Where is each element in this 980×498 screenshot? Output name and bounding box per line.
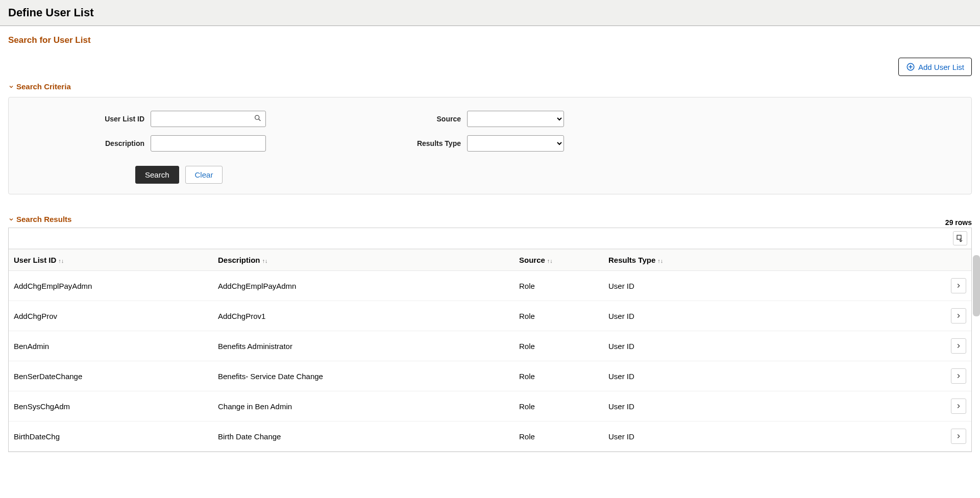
cell-description: AddChgProv1 <box>213 301 514 331</box>
col-source[interactable]: Source↑↓ <box>514 250 603 271</box>
table-row: BenSerDateChangeBenefits- Service Date C… <box>9 361 971 391</box>
cell-results-type: User ID <box>603 421 946 452</box>
content-area: Search for User List Add User List Searc… <box>0 26 980 458</box>
chevron-right-icon <box>955 433 962 440</box>
description-field: Description <box>23 135 319 152</box>
cell-source: Role <box>514 421 603 452</box>
cell-results-type: User ID <box>603 301 946 331</box>
table-row: AddChgEmplPayAdmnAddChgEmplPayAdmnRoleUs… <box>9 271 971 301</box>
cell-description: Birth Date Change <box>213 421 514 452</box>
cell-source: Role <box>514 271 603 301</box>
chevron-right-icon <box>955 403 962 410</box>
user-list-id-field: User List ID <box>23 111 319 127</box>
grid-personalize-button[interactable] <box>953 231 967 245</box>
cell-description: Benefits- Service Date Change <box>213 361 514 391</box>
search-criteria-panel: User List ID Source Description Results … <box>8 97 972 194</box>
user-list-id-input[interactable] <box>151 111 266 127</box>
search-results-toggle[interactable]: Search Results <box>8 215 71 223</box>
chevron-down-icon <box>8 216 14 222</box>
cell-user-list-id: BenSerDateChange <box>9 361 213 391</box>
cell-user-list-id: BenSysChgAdm <box>9 391 213 421</box>
add-button-row: Add User List <box>8 58 972 76</box>
row-detail-button[interactable] <box>951 399 966 414</box>
cell-source: Role <box>514 391 603 421</box>
sort-icon: ↑↓ <box>657 258 663 264</box>
page-title: Define User List <box>8 6 972 19</box>
chevron-right-icon <box>955 372 962 380</box>
search-criteria-toggle[interactable]: Search Criteria <box>8 82 71 91</box>
sort-icon: ↑↓ <box>58 258 64 264</box>
cell-source: Role <box>514 331 603 361</box>
row-count: 29 rows <box>945 218 972 227</box>
cell-description: Benefits Administrator <box>213 331 514 361</box>
plus-circle-icon <box>906 62 915 71</box>
cell-description: Change in Ben Admin <box>213 391 514 421</box>
page-subtitle: Search for User List <box>8 35 972 45</box>
row-detail-button[interactable] <box>951 368 966 384</box>
sort-icon: ↑↓ <box>262 258 268 264</box>
results-type-label: Results Type <box>339 139 467 147</box>
row-detail-button[interactable] <box>951 278 966 293</box>
cell-user-list-id: BenAdmin <box>9 331 213 361</box>
chevron-down-icon <box>8 84 14 90</box>
search-criteria-label: Search Criteria <box>16 82 71 91</box>
cell-user-list-id: AddChgEmplPayAdmn <box>9 271 213 301</box>
source-field: Source <box>339 111 635 127</box>
results-type-field: Results Type <box>339 135 635 152</box>
chevron-right-icon <box>955 342 962 350</box>
chevron-right-icon <box>955 282 962 289</box>
svg-line-4 <box>259 119 261 121</box>
table-row: BirthDateChgBirth Date ChangeRoleUser ID <box>9 421 971 452</box>
description-label: Description <box>23 139 151 147</box>
table-row: BenAdminBenefits AdministratorRoleUser I… <box>9 331 971 361</box>
results-grid: User List ID↑↓ Description↑↓ Source↑↓ Re… <box>8 228 972 452</box>
chevron-right-icon <box>955 312 962 319</box>
source-select[interactable] <box>467 111 564 127</box>
row-detail-button[interactable] <box>951 429 966 444</box>
user-list-id-label: User List ID <box>23 115 151 123</box>
table-row: AddChgProvAddChgProv1RoleUser ID <box>9 301 971 331</box>
cell-results-type: User ID <box>603 361 946 391</box>
col-description[interactable]: Description↑↓ <box>213 250 514 271</box>
col-results-type[interactable]: Results Type↑↓ <box>603 250 946 271</box>
cell-source: Role <box>514 301 603 331</box>
description-input[interactable] <box>151 135 266 152</box>
row-detail-button[interactable] <box>951 338 966 354</box>
source-label: Source <box>339 115 467 123</box>
cell-source: Role <box>514 361 603 391</box>
grid-toolbar <box>9 228 971 249</box>
cell-user-list-id: AddChgProv <box>9 301 213 331</box>
cell-description: AddChgEmplPayAdmn <box>213 271 514 301</box>
cell-results-type: User ID <box>603 331 946 361</box>
vertical-scrollbar[interactable] <box>973 255 980 316</box>
results-type-select[interactable] <box>467 135 564 152</box>
clear-button[interactable]: Clear <box>185 166 223 184</box>
sort-icon: ↑↓ <box>547 258 553 264</box>
col-action <box>946 250 971 271</box>
search-results-label: Search Results <box>16 215 71 223</box>
add-user-list-label: Add User List <box>918 63 964 71</box>
lookup-icon[interactable] <box>254 114 262 124</box>
results-table: User List ID↑↓ Description↑↓ Source↑↓ Re… <box>9 249 971 452</box>
col-user-list-id[interactable]: User List ID↑↓ <box>9 250 213 271</box>
row-detail-button[interactable] <box>951 308 966 323</box>
search-button[interactable]: Search <box>135 166 179 184</box>
grid-settings-icon <box>956 234 964 242</box>
search-icon <box>254 114 262 122</box>
cell-results-type: User ID <box>603 391 946 421</box>
svg-point-3 <box>255 115 259 119</box>
table-row: BenSysChgAdmChange in Ben AdminRoleUser … <box>9 391 971 421</box>
cell-user-list-id: BirthDateChg <box>9 421 213 452</box>
add-user-list-button[interactable]: Add User List <box>898 58 972 76</box>
cell-results-type: User ID <box>603 271 946 301</box>
page-header: Define User List <box>0 0 980 26</box>
